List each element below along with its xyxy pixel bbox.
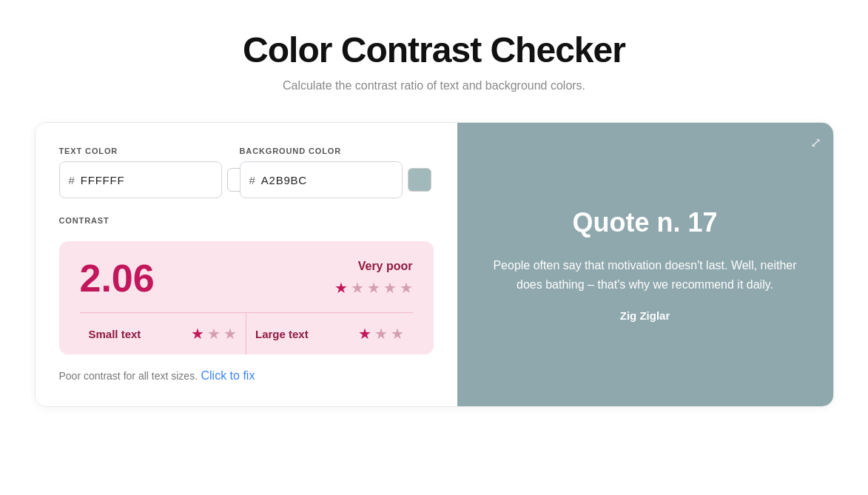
quote-text: People often say that motivation doesn't… xyxy=(487,256,804,294)
text-color-label: TEXT COLOR xyxy=(59,147,222,155)
bg-color-input[interactable] xyxy=(261,174,402,186)
color-inputs-row: TEXT COLOR # BACKGROUND COLOR # xyxy=(59,147,434,198)
star-2: ★ xyxy=(351,279,364,297)
text-color-input[interactable] xyxy=(81,174,221,186)
small-text-stars: ★ ★ ★ xyxy=(191,325,237,343)
expand-icon[interactable]: ⤢ xyxy=(810,135,821,151)
page-subtitle: Calculate the contrast ratio of text and… xyxy=(243,79,625,92)
small-text-block: Small text ★ ★ ★ xyxy=(80,313,247,354)
small-text-label: Small text xyxy=(89,328,141,340)
large-text-label: Large text xyxy=(255,328,309,340)
star-3: ★ xyxy=(367,279,380,297)
footer-note-text: Poor contrast for all text sizes. xyxy=(59,370,198,382)
quote-author: Zig Ziglar xyxy=(620,309,670,322)
main-card: TEXT COLOR # BACKGROUND COLOR # CONTRAST xyxy=(35,122,834,407)
footer-note-row: Poor contrast for all text sizes. Click … xyxy=(59,369,434,383)
bg-color-group: BACKGROUND COLOR # xyxy=(240,147,403,198)
contrast-top-row: 2.06 Very poor ★ ★ ★ ★ ★ xyxy=(80,259,413,312)
contrast-card: 2.06 Very poor ★ ★ ★ ★ ★ Small text xyxy=(59,241,434,354)
star-1: ★ xyxy=(334,279,348,297)
bg-color-hash: # xyxy=(249,174,255,186)
page-header: Color Contrast Checker Calculate the con… xyxy=(243,30,625,92)
small-star-3: ★ xyxy=(223,325,237,343)
left-panel: TEXT COLOR # BACKGROUND COLOR # CONTRAST xyxy=(36,123,457,406)
rating-label: Very poor xyxy=(358,260,413,273)
star-4: ★ xyxy=(383,279,397,297)
quote-title: Quote n. 17 xyxy=(572,207,717,238)
page-title: Color Contrast Checker xyxy=(243,30,625,70)
text-color-input-wrapper: # xyxy=(59,161,222,198)
text-color-group: TEXT COLOR # xyxy=(59,147,222,198)
large-star-1: ★ xyxy=(358,325,371,343)
large-text-block: Large text ★ ★ ★ xyxy=(246,313,413,354)
large-star-3: ★ xyxy=(391,325,404,343)
rating-block: Very poor ★ ★ ★ ★ ★ xyxy=(334,260,413,297)
right-panel: ⤢ Quote n. 17 People often say that moti… xyxy=(457,123,833,406)
contrast-section-label: CONTRAST xyxy=(59,216,110,225)
large-text-stars: ★ ★ ★ xyxy=(358,325,404,343)
small-star-1: ★ xyxy=(191,325,204,343)
contrast-section: CONTRAST xyxy=(59,213,434,226)
small-star-2: ★ xyxy=(207,325,221,343)
contrast-ratio: 2.06 xyxy=(80,259,155,297)
large-star-2: ★ xyxy=(374,325,388,343)
rating-stars: ★ ★ ★ ★ ★ xyxy=(334,279,413,297)
text-color-hash: # xyxy=(69,174,75,186)
contrast-bottom-row: Small text ★ ★ ★ Large text ★ ★ ★ xyxy=(80,312,413,354)
bg-color-label: BACKGROUND COLOR xyxy=(240,147,403,155)
bg-color-input-wrapper: # xyxy=(240,161,403,198)
bg-color-swatch[interactable] xyxy=(408,168,431,192)
fix-link[interactable]: Click to fix xyxy=(201,369,255,382)
star-5: ★ xyxy=(400,279,413,297)
